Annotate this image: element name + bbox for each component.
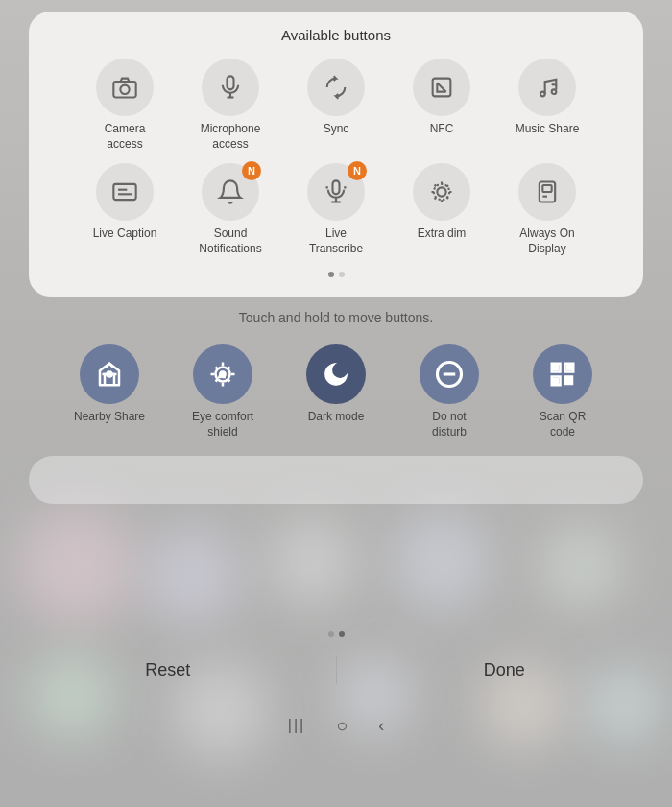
svg-rect-11 — [333, 181, 340, 195]
dark-mode-label: Dark mode — [308, 410, 365, 425]
card-title: Available buttons — [38, 27, 634, 43]
available-buttons-grid: Cameraaccess Microphoneaccess — [38, 59, 634, 268]
scan-qr-icon-wrap[interactable] — [533, 344, 592, 404]
active-btn-nearby-share[interactable]: Nearby Share — [57, 344, 162, 439]
live-transcribe-icon-wrap[interactable]: N — [307, 163, 365, 221]
svg-point-7 — [552, 89, 557, 94]
svg-point-1 — [120, 85, 129, 94]
svg-text:A: A — [219, 370, 225, 379]
sync-icon-wrap[interactable] — [307, 59, 365, 116]
svg-rect-28 — [567, 367, 571, 370]
active-btn-scan-qr[interactable]: Scan QRcode — [510, 344, 615, 439]
live-caption-icon — [111, 178, 138, 205]
music-share-icon-wrap[interactable] — [518, 59, 576, 116]
do-not-disturb-icon — [435, 360, 464, 389]
live-transcribe-icon — [323, 178, 349, 205]
btn-music-share[interactable]: Music Share — [494, 59, 600, 152]
music-share-icon — [534, 74, 561, 101]
nfc-icon-wrap[interactable] — [413, 59, 470, 116]
page-dots — [38, 272, 634, 277]
home-icon[interactable]: ○ — [336, 715, 348, 737]
btn-camera-access[interactable]: Cameraaccess — [72, 59, 178, 152]
active-btn-do-not-disturb[interactable]: Do notdisturb — [396, 344, 502, 439]
recent-apps-icon[interactable]: ||| — [288, 717, 305, 734]
svg-rect-30 — [554, 379, 558, 383]
btn-live-transcribe[interactable]: N LiveTranscribe — [283, 163, 389, 256]
camera-icon — [111, 74, 138, 101]
nfc-label: NFC — [430, 122, 454, 137]
svg-rect-8 — [113, 184, 135, 200]
active-btn-eye-comfort[interactable]: A Eye comfortshield — [170, 344, 276, 439]
do-not-disturb-icon-wrap[interactable] — [420, 344, 479, 404]
live-caption-label: Live Caption — [93, 226, 157, 242]
done-button[interactable]: Done — [337, 647, 673, 694]
btn-always-on-display[interactable]: Always OnDisplay — [494, 163, 600, 256]
nav-bar: ||| ○ ‹ — [0, 705, 672, 750]
scan-qr-icon — [548, 360, 577, 389]
bottom-area: Reset Done — [0, 513, 672, 705]
btn-live-caption[interactable]: Live Caption — [72, 163, 178, 256]
sound-notifications-label: SoundNotifications — [199, 226, 261, 256]
bottom-dot-1 — [328, 631, 334, 637]
nearby-share-icon-wrap[interactable] — [80, 344, 139, 404]
svg-rect-26 — [554, 367, 558, 370]
active-btn-dark-mode[interactable]: Dark mode — [283, 344, 389, 439]
available-buttons-card: Available buttons Cameraaccess — [29, 12, 643, 297]
btn-nfc[interactable]: NFC — [389, 59, 494, 152]
nearby-share-icon — [95, 360, 124, 389]
sync-label: Sync — [324, 122, 349, 137]
bottom-actions: Reset Done — [0, 647, 672, 694]
btn-microphone-access[interactable]: Microphoneaccess — [178, 59, 283, 152]
eye-comfort-label: Eye comfortshield — [192, 410, 253, 439]
camera-access-icon-wrap[interactable] — [96, 59, 154, 116]
dark-mode-icon-wrap[interactable] — [306, 344, 366, 404]
sound-notifications-badge: N — [242, 161, 261, 180]
reset-button[interactable]: Reset — [0, 647, 336, 694]
btn-sync[interactable]: Sync — [283, 59, 389, 152]
dot-1 — [328, 272, 334, 277]
dot-2 — [339, 272, 345, 277]
nearby-share-label: Nearby Share — [74, 410, 145, 425]
microphone-access-label: Microphoneaccess — [201, 122, 261, 152]
sound-notifications-icon-wrap[interactable]: N — [202, 163, 259, 221]
always-on-display-icon — [534, 178, 561, 205]
placeholder-row — [29, 456, 643, 504]
live-transcribe-label: LiveTranscribe — [309, 226, 363, 256]
extra-dim-icon — [428, 178, 455, 205]
extra-dim-label: Extra dim — [418, 226, 467, 242]
eye-comfort-icon-wrap[interactable]: A — [193, 344, 252, 404]
btn-extra-dim[interactable]: Extra dim — [389, 163, 494, 256]
svg-rect-2 — [228, 76, 234, 89]
do-not-disturb-label: Do notdisturb — [432, 410, 467, 439]
microphone-access-icon-wrap[interactable] — [202, 59, 259, 116]
sync-icon — [323, 74, 349, 101]
live-caption-icon-wrap[interactable] — [96, 163, 154, 221]
bottom-dots — [328, 631, 345, 637]
back-icon[interactable]: ‹ — [378, 716, 384, 736]
camera-access-label: Cameraaccess — [105, 122, 146, 152]
music-share-label: Music Share — [516, 122, 580, 137]
live-transcribe-badge: N — [348, 161, 367, 180]
always-on-display-label: Always OnDisplay — [519, 226, 574, 256]
touch-hint: Touch and hold to move buttons. — [0, 310, 672, 325]
active-buttons-row: Nearby Share A Eye comfortshield Dark mo… — [19, 335, 653, 449]
always-on-display-icon-wrap[interactable] — [518, 163, 576, 221]
scan-qr-label: Scan QRcode — [540, 410, 587, 439]
svg-rect-0 — [113, 82, 135, 97]
svg-rect-17 — [542, 185, 551, 192]
svg-point-14 — [437, 188, 445, 197]
sound-notifications-icon — [217, 178, 244, 205]
extra-dim-icon-wrap[interactable] — [413, 163, 470, 221]
dark-mode-icon — [322, 360, 350, 389]
microphone-icon — [217, 74, 244, 101]
nfc-icon — [428, 74, 455, 101]
bottom-dot-2 — [339, 631, 345, 637]
eye-comfort-icon: A — [208, 360, 237, 389]
btn-sound-notifications[interactable]: N SoundNotifications — [178, 163, 283, 256]
